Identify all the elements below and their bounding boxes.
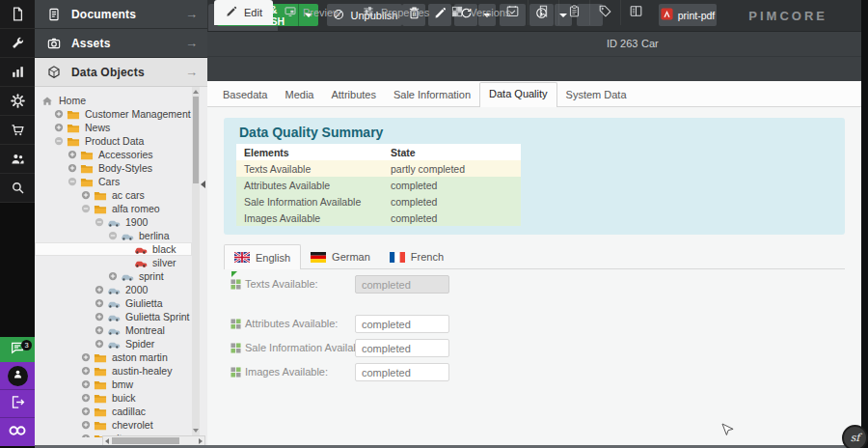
- field-input-images-available[interactable]: [355, 363, 449, 381]
- field-label: Attributes Available:: [245, 318, 338, 329]
- tree-item-giulietta[interactable]: Giulietta: [35, 296, 192, 310]
- rail-documents-button[interactable]: [0, 0, 35, 29]
- scroll-up-icon[interactable]: [193, 90, 199, 94]
- tree-item-body-styles[interactable]: Body-Styles: [35, 161, 192, 175]
- reports-button[interactable]: [620, 0, 651, 25]
- tree-item-buick[interactable]: buick: [35, 391, 192, 405]
- tree-item-ac-cars[interactable]: ac cars: [35, 188, 192, 202]
- tab-basedata[interactable]: Basedata: [214, 82, 276, 107]
- expand-plus-icon[interactable]: [81, 406, 94, 417]
- expand-plus-icon[interactable]: [68, 150, 80, 160]
- tree-item-aston-martin[interactable]: aston martin: [35, 350, 192, 364]
- sidebar-item-documents[interactable]: Documents →: [35, 0, 207, 29]
- expand-plus-icon[interactable]: [81, 190, 94, 201]
- tree-item-montreal[interactable]: Montreal: [35, 323, 192, 337]
- tree-item-austin-healey[interactable]: austin-healey: [35, 364, 192, 378]
- tree-item-2000[interactable]: 2000: [35, 283, 192, 296]
- sidebar-item-data-objects[interactable]: Data Objects →: [35, 58, 207, 87]
- tree-vertical-scrollbar[interactable]: [192, 87, 200, 435]
- sidebar-collapse-handle[interactable]: [201, 181, 205, 188]
- scroll-right-icon[interactable]: [199, 438, 203, 444]
- expand-plus-icon[interactable]: [81, 366, 94, 377]
- expand-plus-icon[interactable]: [95, 325, 107, 336]
- print-pdf-button[interactable]: print-pdf: [659, 4, 717, 26]
- infinity-icon: [7, 424, 28, 441]
- tree-item-label: 1900: [125, 216, 148, 228]
- tab-system-data[interactable]: System Data: [557, 82, 636, 107]
- rail-ecommerce-button[interactable]: [0, 116, 35, 145]
- expand-plus-icon[interactable]: [54, 123, 67, 133]
- rail-settings-button[interactable]: [0, 87, 35, 116]
- notifications-button[interactable]: 3: [0, 337, 35, 362]
- logout-button[interactable]: [0, 390, 35, 418]
- expand-plus-icon[interactable]: [81, 434, 94, 438]
- field-input-sale-information-available[interactable]: [355, 339, 449, 357]
- tree-item-cars[interactable]: Cars: [35, 175, 192, 188]
- collapse-minus-icon[interactable]: [68, 177, 80, 187]
- tree-item-sprint[interactable]: sprint: [35, 269, 192, 283]
- tree-item-alfa-romeo[interactable]: alfa romeo: [35, 202, 192, 215]
- sidebar-item-assets[interactable]: Assets →: [35, 29, 207, 58]
- expand-plus-icon[interactable]: [81, 420, 94, 431]
- tree-item-black[interactable]: black: [35, 242, 192, 256]
- tree-item-home[interactable]: Home: [35, 94, 192, 107]
- expand-plus-icon[interactable]: [95, 298, 107, 309]
- rail-reports-button[interactable]: [0, 58, 35, 87]
- tags-button[interactable]: [589, 0, 620, 25]
- field-images-available: Images Available:: [231, 363, 328, 380]
- scrollbar-thumb[interactable]: [193, 97, 199, 183]
- folder-icon: [67, 122, 82, 133]
- tree-item-cadillac[interactable]: cadillac: [35, 405, 192, 418]
- language-tab-french[interactable]: French: [380, 244, 453, 269]
- tree-item-bmw[interactable]: bmw: [35, 378, 192, 391]
- tree-item-berlina[interactable]: berlina: [35, 229, 192, 242]
- collapse-minus-icon[interactable]: [108, 231, 121, 241]
- expand-plus-icon[interactable]: [68, 163, 80, 174]
- scrollbar-thumb[interactable]: [112, 437, 179, 444]
- tree-item-spider[interactable]: Spider: [35, 337, 192, 350]
- tree-item-chevrolet[interactable]: chevrolet: [35, 418, 192, 432]
- tab-attributes[interactable]: Attributes: [322, 82, 384, 107]
- tab-media[interactable]: Media: [276, 82, 322, 107]
- tab-data-quality[interactable]: Data Quality: [479, 82, 557, 107]
- ribbon-tab-preview[interactable]: Preview: [273, 0, 351, 25]
- collapse-minus-icon[interactable]: [81, 204, 94, 214]
- ribbon-tab-properties[interactable]: Properties: [351, 0, 440, 25]
- tree-item-1900[interactable]: 1900: [35, 215, 192, 229]
- scroll-left-icon[interactable]: [105, 438, 109, 444]
- expand-plus-icon[interactable]: [81, 379, 94, 390]
- symfony-debug-badge[interactable]: sf: [842, 425, 868, 448]
- ribbon-tab-edit[interactable]: Edit: [214, 0, 273, 25]
- rail-customers-button[interactable]: [0, 145, 35, 174]
- expand-plus-icon[interactable]: [54, 109, 67, 120]
- tree-item-news[interactable]: News: [35, 121, 192, 134]
- field-input-attributes-available[interactable]: [355, 315, 449, 333]
- field-input-texts-available[interactable]: [355, 275, 449, 294]
- expand-plus-icon[interactable]: [81, 393, 94, 404]
- pimcore-logo-button[interactable]: [0, 418, 35, 446]
- scroll-down-icon[interactable]: [193, 429, 199, 433]
- rail-tools-button[interactable]: [0, 29, 35, 58]
- tree-item-product-data[interactable]: Product Data: [35, 134, 192, 148]
- language-tab-english[interactable]: English: [224, 244, 301, 269]
- expand-plus-icon[interactable]: [95, 285, 107, 295]
- collapse-minus-icon[interactable]: [95, 217, 107, 228]
- expand-plus-icon[interactable]: [108, 271, 121, 282]
- tree-item-accessories[interactable]: Accessories: [35, 148, 192, 161]
- tree-item-gulietta-sprint-speciale[interactable]: Gulietta Sprint Speciale: [35, 310, 192, 323]
- tree-item-silver[interactable]: silver: [35, 256, 192, 269]
- schedule-button[interactable]: [497, 0, 528, 25]
- collapse-minus-icon[interactable]: [54, 136, 67, 147]
- rail-search-button[interactable]: [0, 174, 35, 203]
- field-texts-available: Texts Available:: [231, 275, 318, 293]
- tab-sale-information[interactable]: Sale Information: [385, 82, 479, 107]
- expand-plus-icon[interactable]: [95, 339, 107, 350]
- user-menu-button[interactable]: [0, 362, 35, 390]
- notes-button[interactable]: [558, 0, 589, 25]
- expand-plus-icon[interactable]: [81, 352, 94, 363]
- language-tab-german[interactable]: German: [301, 244, 380, 269]
- tree-item-customer-management[interactable]: Customer Management: [35, 107, 192, 121]
- language-tab-label: German: [332, 251, 370, 263]
- bookmark-button[interactable]: [528, 0, 558, 25]
- expand-plus-icon[interactable]: [95, 312, 107, 322]
